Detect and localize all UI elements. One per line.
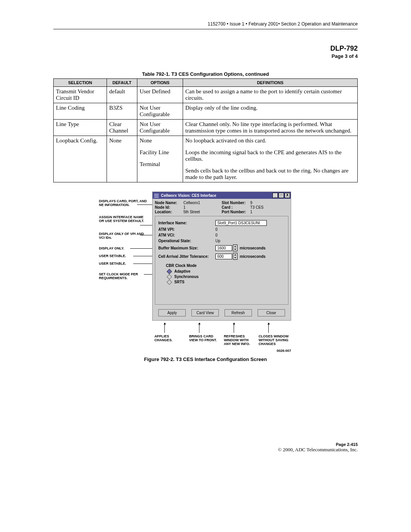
cell: B3ZS [107, 103, 137, 120]
annotation: BRINGS CARD VIEW TO FRONT. [189, 323, 220, 346]
cell: Clear Channel [107, 120, 137, 136]
chevron-down-icon[interactable]: ▼ [233, 248, 237, 251]
value: 9 [250, 201, 253, 205]
unit-label: microseconds [240, 246, 266, 250]
radio-label: SRTS [174, 280, 185, 284]
value: 0 [215, 233, 218, 237]
def-item: Sends cells back to the cellbus and back… [185, 168, 355, 181]
value: Cellworx1 [183, 201, 200, 205]
annotation: ASSIGN INTERFACE NAME OR USE SYSTEM DEFA… [99, 215, 148, 223]
annotation: APPLIES CHANGES. [155, 323, 185, 346]
title-block: DLP-792 Page 3 of 4 [53, 45, 358, 59]
refresh-button[interactable]: Refresh [225, 309, 252, 316]
label: Interface Name: [158, 221, 215, 225]
value: 1 [250, 210, 253, 214]
page-footer: Page 2-415 © 2000, ADC Telecommunication… [53, 442, 358, 453]
value: 1 [183, 205, 186, 209]
label: ATM VPI: [158, 227, 215, 232]
value: 0 [215, 227, 218, 232]
table-row: Line Type Clear Channel Not User Configu… [54, 120, 358, 136]
value: Up [215, 239, 220, 243]
cell: Not User Configurable [137, 103, 183, 120]
document-page: 1152700 • Issue 1 • February 2001• Secti… [0, 0, 411, 468]
button-annotations: APPLIES CHANGES. BRINGS CARD VIEW TO FRO… [152, 323, 291, 346]
th-default: DEFAULT [107, 79, 137, 87]
opt-item: None [140, 137, 180, 144]
annotation: DISPLAY ONLY OF VPI AND VCI IDs. [99, 232, 148, 240]
cell: Can be used to assign a name to the port… [183, 87, 358, 103]
cell: None [107, 136, 137, 182]
cell: default [107, 87, 137, 103]
apply-button[interactable]: Apply [158, 309, 186, 316]
def-item: No loopback activated on this card. [185, 137, 355, 144]
annotation: USER SETABLE. [99, 254, 148, 258]
app-icon [154, 193, 159, 198]
label: Buffer Maximum Size: [158, 246, 215, 250]
label: Node Name: [155, 201, 183, 205]
label: ATM VCI: [158, 233, 215, 237]
header-rule [53, 29, 358, 29]
annotation: REFRESHES WINDOW WITH ANY NEW INFO. [224, 323, 254, 346]
cell: Line Coding [54, 103, 107, 120]
footer-copyright: © 2000, ADC Telecommunications, Inc. [53, 447, 358, 453]
annotation: SET CLOCK MODE PER REQUIREMENTS. [99, 272, 148, 280]
maximize-button[interactable]: □ [279, 193, 284, 198]
label: Node Id: [155, 205, 183, 209]
footer-page-number: Page 2-415 [53, 442, 358, 447]
th-definitions: DEFINITIONS [183, 79, 358, 87]
value: T3 CES [250, 205, 264, 209]
chevron-up-icon[interactable]: ▲ [233, 253, 237, 256]
buffer-max-input[interactable]: 1600 [215, 245, 232, 251]
label: Cell Arrival Jitter Tolerance: [158, 254, 215, 259]
figure-caption: Figure 792-2. T3 CES Interface Configura… [53, 356, 358, 362]
label: Card : [222, 205, 250, 209]
cell: Line Type [54, 120, 107, 136]
clock-mode-header: CBR Clock Mode [166, 264, 285, 268]
jitter-input[interactable]: 600 [215, 254, 232, 259]
minimize-button[interactable]: _ [272, 193, 278, 198]
radio-srts[interactable]: SRTS [167, 280, 285, 284]
annotation: USER SETABLE. [99, 262, 148, 265]
running-header: 1152700 • Issue 1 • February 2001• Secti… [53, 21, 358, 27]
figure-number: 0026-007 [277, 349, 291, 353]
button-row: Apply Card View Refresh Close [153, 307, 291, 320]
config-table: SELECTION DEFAULT OPTIONS DEFINITIONS Tr… [53, 78, 358, 182]
cell: Transmit Vendor Circuit ID [54, 87, 107, 103]
cell: Display only of the line coding. [183, 103, 358, 120]
annotation: DISPLAYS CARD, PORT, AND NE INFORMATION. [99, 199, 148, 207]
spinner[interactable]: ▲▼ [233, 244, 237, 251]
page-indicator: Page 3 of 4 [53, 53, 358, 59]
radio-adaptive[interactable]: Adaptive [167, 269, 285, 273]
opt-item: Facility Line [140, 149, 180, 156]
close-dialog-button[interactable]: Close [258, 309, 285, 316]
cell: No loopback activated on this card. Loop… [183, 136, 358, 182]
label: Slot Number: [222, 201, 250, 205]
annotation: DISPLAY ONLY. [99, 246, 148, 250]
diamond-icon [167, 274, 172, 279]
cell: Clear Channel only. No line type interfa… [183, 120, 358, 136]
titlebar[interactable]: Cellworx Vision: CES Interface _ □ X [153, 192, 291, 199]
table-row: Line Coding B3ZS Not User Configurable D… [54, 103, 358, 120]
cell: User Defined [137, 87, 183, 103]
table-row: Loopback Config. None None Facility Line… [54, 136, 358, 182]
close-button[interactable]: X [285, 193, 290, 198]
chevron-up-icon[interactable]: ▲ [233, 245, 237, 248]
interface-name-input[interactable]: Slot9_Port1 DS3CESUNI [215, 220, 267, 226]
label: Port Number: [222, 210, 250, 214]
cell: None Facility Line Terminal [137, 136, 183, 182]
opt-item: Terminal [140, 161, 180, 168]
settings-panel: Interface Name: Slot9_Port1 DS3CESUNI AT… [155, 216, 288, 305]
label: Operational State: [158, 239, 215, 243]
card-view-button[interactable]: Card View [191, 309, 219, 316]
table-row: Transmit Vendor Circuit ID default User … [54, 87, 358, 103]
window-title: Cellworx Vision: CES Interface [161, 193, 216, 198]
radio-synchronous[interactable]: Synchronous [167, 275, 285, 279]
diamond-icon [167, 279, 172, 284]
def-item: Loops the incoming signal back to the CP… [185, 149, 355, 162]
dlp-title: DLP-792 [53, 45, 358, 53]
cell: Not User Configurable [137, 120, 183, 136]
chevron-down-icon[interactable]: ▼ [233, 256, 237, 259]
spinner[interactable]: ▲▼ [233, 253, 237, 260]
th-selection: SELECTION [54, 79, 107, 87]
ces-interface-dialog: Cellworx Vision: CES Interface _ □ X Nod… [152, 192, 291, 321]
